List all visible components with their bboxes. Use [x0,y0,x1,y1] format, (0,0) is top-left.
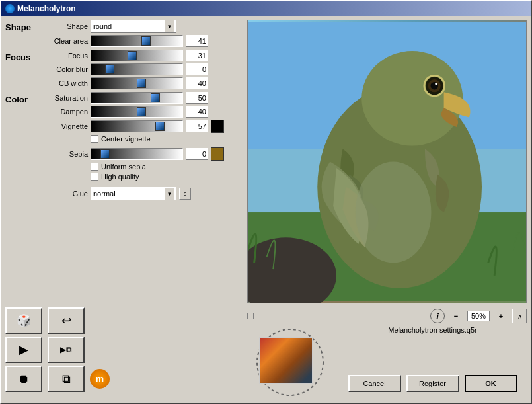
saturation-label: Saturation [42,94,88,102]
focus-slider[interactable] [91,50,183,61]
clear-area-value[interactable]: 41 [186,35,208,47]
color-blur-row: Color blur 0 [42,63,243,75]
button-row-2: ▶ ▶⧉ [5,337,243,363]
vignette-thumb[interactable] [155,122,165,131]
button-row-3: ⏺ ⧉ m [5,366,243,392]
title-bar: Melancholytron [1,1,531,16]
shape-controls: Shape round ▼ Clear area 41 [42,20,243,47]
undo-button[interactable]: ↩ [48,307,85,334]
main-content: Shape Shape round ▼ Clear area [1,16,531,307]
cb-width-row: CB width 40 [42,77,243,89]
sepia-thumb[interactable] [100,149,110,159]
svg-point-9 [435,83,437,85]
focus-row: Focus 31 [42,50,243,61]
focus-section: Focus Focus 31 Color blur 0 [5,50,243,89]
register-button[interactable]: Register [406,375,459,392]
info-icon: i [436,311,439,321]
shape-dropdown[interactable]: round ▼ [91,20,176,33]
filename-text: Melancholytron settings.q5r [338,326,527,334]
vignette-value[interactable]: 57 [186,120,208,132]
up-arrow-button[interactable]: ∧ [512,309,527,323]
cb-width-value[interactable]: 40 [186,77,208,89]
focus-thumb[interactable] [128,51,137,60]
bottom-right: i − 50% + ∧ [247,307,527,399]
filename-buttons-area: Melancholytron settings.q5r Cancel Regis… [338,326,527,392]
info-button[interactable]: i [430,309,445,323]
cb-width-thumb[interactable] [137,79,146,88]
sepia-label: Sepia [42,150,88,158]
glue-section-label [5,187,42,190]
glue-dropdown-arrow: ▼ [165,188,174,200]
glue-label: Glue [42,190,88,198]
center-vignette-label: Center vignette [101,135,151,143]
focus-value[interactable]: 31 [186,50,208,61]
image-preview [247,20,527,303]
cancel-button[interactable]: Cancel [348,375,401,392]
parrot-image [248,20,526,303]
dampen-value[interactable]: 40 [186,106,208,118]
center-vignette-checkbox[interactable] [91,135,98,143]
focus-controls: Focus 31 Color blur 0 CB w [42,50,243,89]
color-blur-value[interactable]: 0 [186,63,208,75]
uniform-sepia-label: Uniform sepia [101,163,146,171]
high-quality-checkbox[interactable] [91,173,98,181]
vignette-label: Vignette [42,122,88,130]
color-blur-slider[interactable] [91,63,183,75]
vignette-row: Vignette 57 [42,120,243,133]
sepia-color-swatch[interactable] [211,147,224,161]
glue-dropdown[interactable]: normal ▼ [91,187,176,200]
clear-area-label: Clear area [42,37,88,45]
copy-button[interactable]: ⧉ [48,366,85,392]
window-title: Melancholytron [17,4,76,13]
dampen-thumb[interactable] [137,107,146,116]
thumbnail-container [247,326,333,399]
button-row-1: 🎲 ↩ [5,307,243,334]
saturation-thumb[interactable] [151,93,160,102]
clear-area-thumb[interactable] [141,36,151,46]
color-blur-thumb[interactable] [105,65,114,74]
vignette-slider[interactable] [91,120,183,132]
saturation-slider[interactable] [91,92,183,104]
glue-reset-button[interactable]: s [179,188,191,200]
dialog-buttons: Cancel Register OK [338,375,527,392]
uniform-sepia-row: Uniform sepia [91,163,243,171]
ok-button[interactable]: OK [465,375,517,392]
cb-width-label: CB width [42,79,88,87]
thumbnail-preview[interactable] [259,337,313,384]
sepia-row: Sepia 0 [42,147,243,161]
up-arrow-icon: ∧ [517,313,522,320]
zoom-controls: i − 50% + ∧ [247,307,527,323]
play-button[interactable]: ▶ [5,337,42,363]
clear-area-slider[interactable] [91,35,183,47]
dice-button[interactable]: 🎲 [5,307,42,334]
svg-point-11 [356,162,432,263]
zoom-minus-button[interactable]: − [449,309,463,323]
play-copy-button[interactable]: ▶⧉ [48,337,85,363]
center-vignette-row: Center vignette [91,135,243,143]
vignette-color-swatch[interactable] [211,120,224,133]
sepia-value[interactable]: 0 [186,148,208,160]
dampen-label: Dampen [42,108,88,116]
app-icon [5,4,15,13]
glue-controls: Glue normal ▼ s [42,187,243,200]
focus-section-label: Focus [5,50,42,62]
saturation-value[interactable]: 50 [186,92,208,104]
sepia-slider[interactable] [91,148,183,160]
zoom-value: 50% [467,311,490,321]
glue-dropdown-value: normal [93,190,116,198]
focus-label: Focus [42,52,88,60]
uniform-sepia-checkbox[interactable] [91,163,98,171]
color-section-label: Color [5,92,42,104]
zoom-minus-icon: − [454,312,458,320]
shape-label: Shape [42,22,88,30]
clear-area-row: Clear area 41 [42,35,243,47]
shape-dropdown-arrow: ▼ [165,20,174,32]
record-button[interactable]: ⏺ [5,366,42,392]
zoom-plus-button[interactable]: + [494,309,508,323]
dampen-slider[interactable] [91,106,183,118]
shape-dropdown-value: round [93,22,112,30]
glue-section: Glue normal ▼ s [5,187,243,200]
color-blur-label: Color blur [42,65,88,73]
zoom-plus-icon: + [499,312,503,320]
cb-width-slider[interactable] [91,77,183,89]
